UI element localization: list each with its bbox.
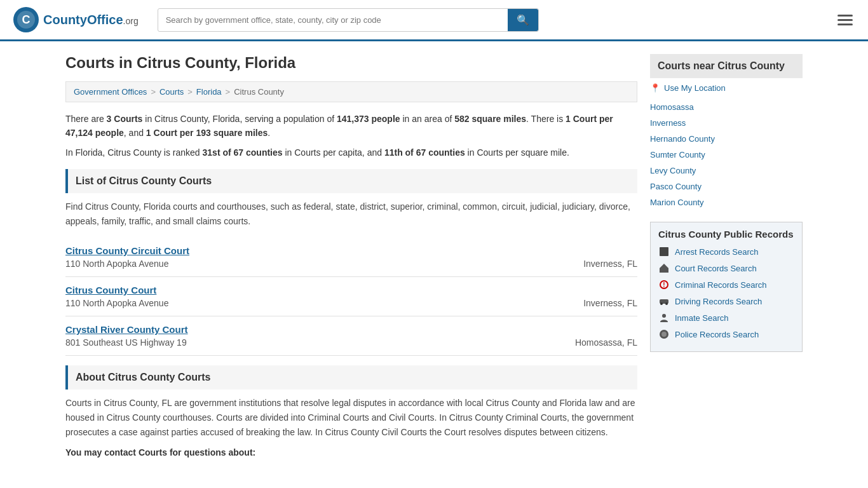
about-section-header: About Citrus County Courts xyxy=(65,365,637,390)
court-name-crystal-river: Crystal River County Court xyxy=(65,324,637,335)
search-input[interactable] xyxy=(158,10,508,30)
courts-nearby-title: Courts near Citrus County xyxy=(650,54,803,78)
court-link-county[interactable]: Citrus County Court xyxy=(65,285,156,295)
sidebar-link-levy[interactable]: Levy County xyxy=(650,164,803,177)
location-pin-icon: 📍 xyxy=(650,83,660,93)
courts-nearby-links: 📍 Use My Location Homosassa Inverness He… xyxy=(650,83,803,209)
court-records-icon xyxy=(658,262,670,274)
court-item-circuit: Citrus County Circuit Court 110 North Ap… xyxy=(65,238,637,277)
search-button[interactable]: 🔍 xyxy=(508,9,538,31)
breadcrumb-citrus-county: Citrus County xyxy=(234,87,284,97)
court-address-circuit: 110 North Apopka Avenue xyxy=(65,259,168,269)
sidebar: Courts near Citrus County 📍 Use My Locat… xyxy=(650,54,803,458)
hamburger-menu-icon[interactable] xyxy=(835,12,855,28)
driving-records-icon xyxy=(658,295,670,307)
criminal-records-icon: ! xyxy=(658,279,670,290)
page-title: Courts in Citrus County, Florida xyxy=(65,54,637,72)
pr-item-criminal: ! Criminal Records Search xyxy=(658,279,794,290)
sidebar-link-inverness[interactable]: Inverness xyxy=(650,116,803,130)
content-area: Courts in Citrus County, Florida Governm… xyxy=(65,54,637,458)
pr-item-arrest: Arrest Records Search xyxy=(658,246,794,257)
courts-nearby-section: Courts near Citrus County 📍 Use My Locat… xyxy=(650,54,803,209)
logo-text: CountyOffice.org xyxy=(43,13,139,27)
sidebar-link-pasco[interactable]: Pasco County xyxy=(650,180,803,193)
svg-marker-5 xyxy=(660,264,668,268)
logo-icon: C xyxy=(13,6,39,33)
svg-point-11 xyxy=(662,314,666,318)
pr-item-driving: Driving Records Search xyxy=(658,295,794,307)
court-city-county: Inverness, FL xyxy=(583,298,637,308)
list-section-header: List of Citrus County Courts xyxy=(65,169,637,193)
sidebar-link-marion[interactable]: Marion County xyxy=(650,196,803,209)
pr-item-court: Court Records Search xyxy=(658,262,794,274)
sidebar-link-homosassa[interactable]: Homosassa xyxy=(650,100,803,114)
header: C CountyOffice.org 🔍 xyxy=(0,0,868,41)
about-description: Courts in Citrus County, FL are governme… xyxy=(65,396,637,440)
breadcrumb-separator-3: > xyxy=(226,87,231,97)
about-section: About Citrus County Courts Courts in Cit… xyxy=(65,365,637,458)
court-name-circuit: Citrus County Circuit Court xyxy=(65,245,637,256)
court-address-crystal-river: 801 Southeast US Highway 19 xyxy=(65,337,187,348)
svg-point-9 xyxy=(660,302,663,305)
search-area: 🔍 xyxy=(158,8,816,32)
svg-point-10 xyxy=(665,302,668,305)
breadcrumb-florida[interactable]: Florida xyxy=(196,87,222,97)
court-city-circuit: Inverness, FL xyxy=(583,259,637,269)
arrest-records-icon xyxy=(658,246,670,257)
inmate-search-icon xyxy=(658,312,670,323)
breadcrumb-courts[interactable]: Courts xyxy=(159,87,184,97)
pr-item-inmate: Inmate Search xyxy=(658,312,794,323)
court-link-circuit[interactable]: Citrus County Circuit Court xyxy=(65,245,189,256)
stats-paragraph-1: There are 3 Courts in Citrus County, Flo… xyxy=(65,112,637,140)
inmate-search-link[interactable]: Inmate Search xyxy=(675,313,729,323)
court-address-county: 110 North Apopka Avenue xyxy=(65,298,168,308)
svg-text:!: ! xyxy=(663,281,665,288)
svg-rect-4 xyxy=(660,268,668,273)
info-section: There are 3 Courts in Citrus County, Flo… xyxy=(65,112,637,159)
court-details-circuit: 110 North Apopka Avenue Inverness, FL xyxy=(65,259,637,269)
list-description: Find Citrus County, Florida courts and c… xyxy=(65,200,637,228)
arrest-records-link[interactable]: Arrest Records Search xyxy=(675,247,759,257)
court-item-crystal-river: Crystal River County Court 801 Southeast… xyxy=(65,316,637,356)
court-item-county: Citrus County Court 110 North Apopka Ave… xyxy=(65,277,637,316)
stats-paragraph-2: In Florida, Citrus County is ranked 31st… xyxy=(65,146,637,159)
breadcrumb-separator-1: > xyxy=(151,87,156,97)
breadcrumb-government-offices[interactable]: Government Offices xyxy=(74,87,147,97)
courts-list: Citrus County Circuit Court 110 North Ap… xyxy=(65,238,637,356)
criminal-records-link[interactable]: Criminal Records Search xyxy=(675,280,767,290)
svg-point-13 xyxy=(661,332,667,337)
pr-item-police: Police Records Search xyxy=(658,329,794,340)
breadcrumb: Government Offices > Courts > Florida > … xyxy=(65,81,637,102)
court-records-link[interactable]: Court Records Search xyxy=(675,264,757,273)
use-location-link[interactable]: 📍 Use My Location xyxy=(650,83,803,93)
main-container: Courts in Citrus County, Florida Governm… xyxy=(53,41,815,470)
court-details-crystal-river: 801 Southeast US Highway 19 Homosassa, F… xyxy=(65,337,637,348)
police-records-icon xyxy=(658,329,670,340)
logo-area: C CountyOffice.org xyxy=(13,6,139,33)
sidebar-link-sumter[interactable]: Sumter County xyxy=(650,148,803,161)
breadcrumb-separator-2: > xyxy=(187,87,193,97)
sidebar-link-hernando[interactable]: Hernando County xyxy=(650,132,803,146)
you-may-contact: You may contact Courts for questions abo… xyxy=(65,447,637,458)
court-link-crystal-river[interactable]: Crystal River County Court xyxy=(65,324,188,335)
svg-text:C: C xyxy=(22,13,31,26)
use-location-label: Use My Location xyxy=(664,83,726,93)
driving-records-link[interactable]: Driving Records Search xyxy=(675,297,762,306)
court-city-crystal-river: Homosassa, FL xyxy=(575,337,637,348)
public-records-section: Citrus County Public Records Arrest Reco… xyxy=(650,222,803,352)
court-details-county: 110 North Apopka Avenue Inverness, FL xyxy=(65,298,637,308)
public-records-title: Citrus County Public Records xyxy=(658,229,794,240)
police-records-link[interactable]: Police Records Search xyxy=(675,330,759,339)
search-input-wrapper: 🔍 xyxy=(158,8,539,32)
court-name-county: Citrus County Court xyxy=(65,285,637,295)
svg-rect-3 xyxy=(660,247,668,256)
